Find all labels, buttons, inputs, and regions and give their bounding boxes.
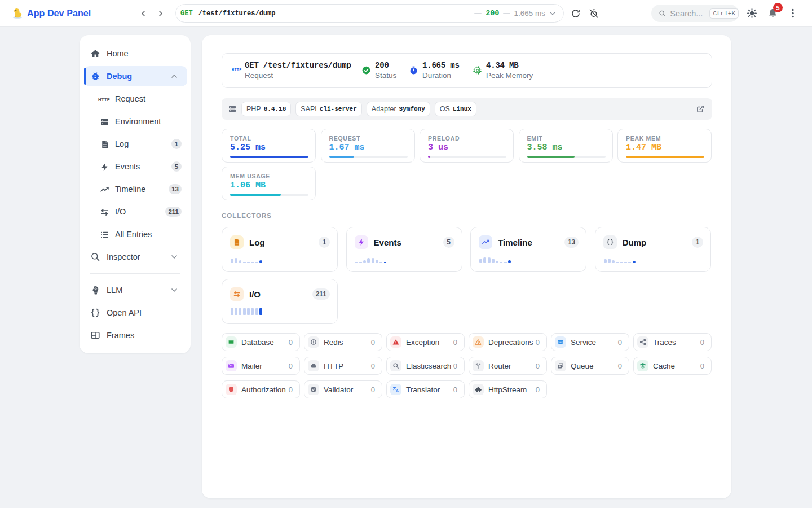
- svg-text:HTTP: HTTP: [98, 97, 110, 102]
